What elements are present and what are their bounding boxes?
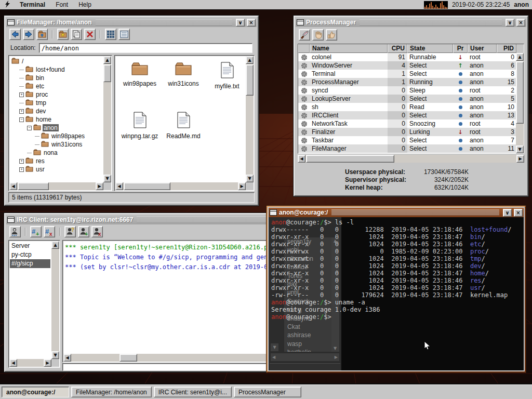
open-parent-button[interactable] <box>36 29 48 40</box>
scrollbar-thumb[interactable] <box>119 354 137 362</box>
channel-horizontal-scrollbar[interactable]: ◀ ▶ <box>9 359 51 367</box>
tree-item-win98papes[interactable]: win98papes <box>10 132 102 140</box>
directory-tree-pane[interactable]: /lost+foundbinetc+proctmp+dev−home−anonw… <box>8 55 112 191</box>
tree-item-proc[interactable]: +proc <box>10 90 102 99</box>
close-button[interactable]: × <box>514 209 523 217</box>
expand-icon[interactable]: + <box>19 92 24 97</box>
minimize-button[interactable]: ∨ <box>506 19 514 26</box>
column-header-state[interactable]: State <box>407 44 453 53</box>
scroll-down-icon[interactable]: ▼ <box>103 175 111 182</box>
collapse-icon[interactable]: − <box>19 117 24 122</box>
files-horizontal-scrollbar[interactable]: ◀ ▶ <box>115 182 246 190</box>
close-button[interactable]: × <box>516 19 525 26</box>
scroll-down-icon[interactable]: ▼ <box>51 351 59 359</box>
channel-item[interactable]: py-ctcp <box>10 250 50 259</box>
process-row[interactable]: ProcessManager1Runninganon15 <box>298 78 524 86</box>
scroll-up-icon[interactable]: ▲ <box>103 56 111 64</box>
scrollbar-thumb[interactable] <box>306 155 394 163</box>
new-directory-button[interactable] <box>57 29 69 40</box>
go-forward-button[interactable] <box>23 29 34 40</box>
file-item-win98papes[interactable]: win98papes <box>118 59 161 109</box>
scroll-up-icon[interactable]: ▲ <box>516 53 524 61</box>
taskbar-button[interactable]: anon@courage:/ <box>2 387 69 397</box>
list-view-button[interactable] <box>118 29 130 40</box>
channel-item[interactable]: #/g/sicp <box>10 259 50 268</box>
close-button[interactable]: × <box>247 19 256 26</box>
scrollbar-thumb[interactable] <box>18 182 49 190</box>
tree-item-usr[interactable]: +usr <box>10 165 102 174</box>
channel-item[interactable]: Server <box>10 242 50 250</box>
file-item-myfiletxt[interactable]: myfile.txt <box>206 59 248 109</box>
system-logo-icon[interactable] <box>3 1 11 9</box>
scroll-up-icon[interactable]: ▲ <box>51 241 59 249</box>
scroll-left-icon[interactable]: ◀ <box>9 359 17 367</box>
process-row[interactable]: WindowServer4Select↑anon6 <box>298 61 524 70</box>
column-header-cpu[interactable]: CPU <box>388 44 407 53</box>
scroll-left-icon[interactable]: ◀ <box>9 182 17 190</box>
process-row[interactable]: FileManager0Selectanon11 <box>298 144 524 153</box>
process-row[interactable]: sh0Readanon10 <box>298 103 524 111</box>
menu-font[interactable]: Font <box>50 1 73 9</box>
expand-icon[interactable]: + <box>19 167 24 172</box>
join-channel-button[interactable]: #+ <box>30 226 42 237</box>
tree-item-nona[interactable]: nona <box>10 149 102 157</box>
column-header-priority[interactable]: Pr <box>453 44 468 53</box>
files-vertical-scrollbar[interactable]: ▲ ▼ <box>246 56 254 182</box>
whois-user-button[interactable]: ? <box>64 226 76 237</box>
channel-vertical-scrollbar[interactable]: ▲ ▼ <box>51 241 59 359</box>
expand-icon[interactable]: + <box>19 159 24 164</box>
stop-process-button[interactable] <box>312 29 324 41</box>
process-table[interactable]: Name CPU State Pr User PID colonel91Runn… <box>298 44 524 154</box>
tree-item-etc[interactable]: etc <box>10 82 102 90</box>
tree-item-home[interactable]: −home <box>10 115 102 124</box>
process-row[interactable]: colonel91Runnable↓root0 <box>298 53 524 61</box>
tree-item-bin[interactable]: bin <box>10 74 102 82</box>
scroll-left-icon[interactable]: ◀ <box>63 354 71 362</box>
tree-item-[interactable]: / <box>10 57 102 65</box>
scroll-down-icon[interactable]: ▼ <box>246 175 254 182</box>
column-header-user[interactable]: User <box>468 44 497 53</box>
tree-item-dev[interactable]: +dev <box>10 107 102 115</box>
tree-horizontal-scrollbar[interactable]: ◀ ▶ <box>9 182 103 190</box>
go-back-button[interactable] <box>9 29 21 40</box>
process-row[interactable]: Terminal1Selectanon8 <box>298 70 524 78</box>
menu-terminal[interactable]: Terminal <box>15 1 50 9</box>
file-item-ReadMemd[interactable]: ReadMe.md <box>162 109 205 158</box>
scrollbar-thumb[interactable] <box>516 61 524 124</box>
continue-process-button[interactable] <box>326 29 337 41</box>
file-item-win31icons[interactable]: win31icons <box>162 59 205 109</box>
column-header-pid[interactable]: PID <box>497 44 516 53</box>
irc-channel-pane[interactable]: Serverpy-ctcp#/g/sicp ▲ ▼ ◀ ▶ <box>8 240 60 368</box>
taskbar-button[interactable]: ProcessManager <box>234 387 301 397</box>
tree-item-win31icons[interactable]: win31icons <box>10 140 102 149</box>
scrollbar-thumb[interactable] <box>246 64 254 96</box>
tree-item-anon[interactable]: −anon <box>10 124 102 132</box>
scroll-right-icon[interactable]: ▶ <box>516 155 524 163</box>
add-user-button[interactable]: + <box>78 226 89 237</box>
scroll-left-icon[interactable]: ◀ <box>298 155 305 163</box>
file-icon-pane[interactable]: win98papeswin31iconsmyfile.txtwinpng.tar… <box>114 55 255 191</box>
expand-icon[interactable]: + <box>19 109 24 114</box>
icon-view-button[interactable] <box>105 29 116 40</box>
process-vertical-scrollbar[interactable]: ▲ ▼ <box>516 53 524 153</box>
process-row[interactable]: Finalizer0Lurking↓root3 <box>298 128 524 136</box>
server-user-button[interactable] <box>9 226 21 237</box>
scroll-left-icon[interactable]: ◀ <box>115 182 123 190</box>
process-row[interactable]: Taskbar0Selectanon7 <box>298 136 524 144</box>
scroll-up-icon[interactable]: ▲ <box>246 56 254 64</box>
scroll-right-icon[interactable]: ▶ <box>96 182 103 190</box>
scroll-right-icon[interactable]: ▶ <box>238 182 246 190</box>
kill-process-button[interactable] <box>299 29 310 41</box>
taskbar-button[interactable]: IRC Client: seren1ty@i... <box>154 387 232 397</box>
collapse-icon[interactable]: − <box>27 126 32 130</box>
column-header-name[interactable]: Name <box>310 44 388 53</box>
tree-vertical-scrollbar[interactable]: ▲ ▼ <box>103 56 111 182</box>
minimize-button[interactable]: ∨ <box>503 209 512 217</box>
column-header-icon[interactable] <box>298 44 310 53</box>
tree-item-res[interactable]: +res <box>10 157 102 165</box>
terminal-content[interactable]: seren1tyuchiultraanonim0ndeToresdaxuntil… <box>269 217 524 370</box>
scrollbar-thumb[interactable] <box>124 182 170 190</box>
location-input[interactable]: /home/anon <box>39 43 252 53</box>
processmanager-titlebar[interactable]: ProcessManager ∨ × <box>296 18 526 27</box>
process-row[interactable]: IRCClient0Selectanon13 <box>298 111 524 119</box>
